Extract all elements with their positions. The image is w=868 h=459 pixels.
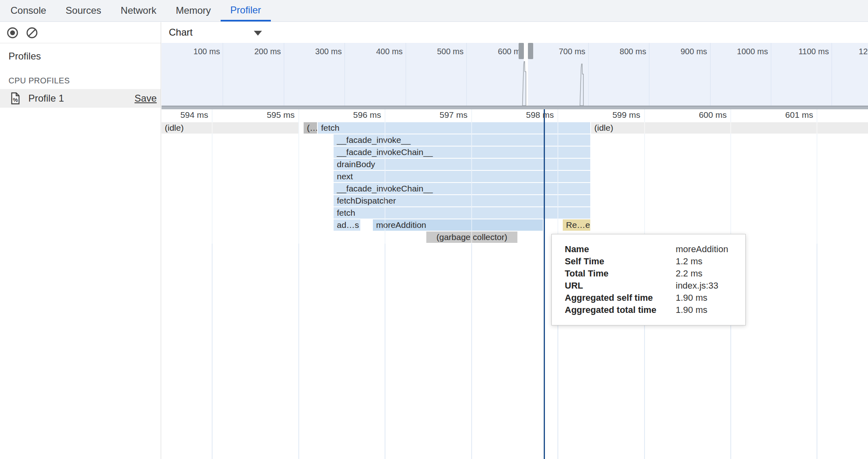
sidebar-toolbar: [0, 22, 161, 43]
flame-bar--facade-invokechain-[interactable]: __facade_invokeChain__: [334, 183, 590, 194]
ruler-tick-label: 595 ms: [226, 110, 295, 121]
ruler-tick-label: 597 ms: [399, 110, 468, 121]
profiler-main-panel: Chart 100 ms200 ms300 ms400 ms500 ms600 …: [162, 22, 868, 459]
ruler-tick-label: 596 ms: [312, 110, 381, 121]
tooltip-row-label: Aggregated self time: [565, 292, 676, 304]
devtools-profiler-panel: ConsoleSourcesNetworkMemoryProfiler Prof…: [0, 0, 868, 459]
tooltip-row-value: 1.90 ms: [676, 304, 745, 316]
flame-bar-next[interactable]: next: [334, 171, 590, 182]
ruler-tick-label: 594 ms: [162, 110, 208, 121]
cpu-activity-spike: [523, 62, 526, 106]
flame-bar--facade-invokechain-[interactable]: __facade_invokeChain__: [334, 147, 590, 158]
profiler-sidebar: Profiles CPU PROFILES % Profile 1 Save: [0, 22, 161, 459]
tooltip-row-label: Total Time: [565, 268, 676, 280]
flame-bar--idle-[interactable]: (idle): [162, 122, 298, 134]
timeline-gridline-overlay: [212, 109, 213, 244]
playhead-cursor-line: [544, 109, 545, 459]
flame-bar-ad-s[interactable]: ad…s: [334, 219, 360, 231]
frame-details-tooltip: NamemoreAdditionSelf Time1.2 msTotal Tim…: [551, 234, 746, 325]
timeline-overview[interactable]: 100 ms200 ms300 ms400 ms500 ms600 ms700 …: [162, 43, 868, 106]
timeline-gridline-overlay: [471, 109, 472, 244]
save-profile-link[interactable]: Save: [134, 89, 157, 108]
timeline-gridline-overlay: [644, 109, 645, 244]
view-mode-value: Chart: [169, 22, 193, 42]
main-toolbar: Chart: [162, 22, 868, 43]
tooltip-row-value: 1.2 ms: [676, 255, 745, 268]
tooltip-row-value: 1.90 ms: [676, 292, 745, 304]
view-mode-dropdown[interactable]: Chart: [162, 22, 275, 42]
clear-icon: [26, 26, 38, 39]
tooltip-row: Aggregated total time1.90 ms: [565, 304, 745, 316]
profile-name-label: Profile 1: [28, 89, 64, 108]
chevron-down-icon: [254, 31, 262, 36]
tab-memory[interactable]: Memory: [166, 0, 221, 21]
ruler-tick-label: 599 ms: [572, 110, 640, 121]
tab-profiler[interactable]: Profiler: [221, 0, 271, 21]
tab-sources[interactable]: Sources: [56, 0, 111, 21]
record-profile-button[interactable]: [6, 26, 19, 39]
tab-network[interactable]: Network: [111, 0, 166, 21]
timeline-gridline-overlay: [817, 109, 817, 244]
flame-bar-moreaddition[interactable]: moreAddition: [373, 219, 543, 231]
flame-bar--[interactable]: (…: [304, 122, 317, 134]
tab-console[interactable]: Console: [1, 0, 56, 21]
flame-bar-fetch[interactable]: fetch: [334, 207, 590, 219]
devtools-tab-bar: ConsoleSourcesNetworkMemoryProfiler: [0, 0, 868, 22]
tooltip-row-value: 2.2 ms: [676, 268, 745, 280]
flame-bar--facade-invoke-[interactable]: __facade_invoke__: [334, 134, 590, 146]
tooltip-row: URLindex.js:33: [565, 280, 745, 292]
record-icon: [6, 26, 19, 39]
flame-bar-re-e[interactable]: Re…e: [563, 219, 590, 231]
timeline-gridline-overlay: [385, 109, 385, 244]
tooltip-row-value: moreAddition: [676, 243, 745, 255]
tooltip-row-label: Aggregated total time: [565, 304, 676, 316]
flame-bar-drainbody[interactable]: drainBody: [334, 159, 590, 170]
overview-divider-strip: [162, 106, 868, 109]
tooltip-row-label: Name: [565, 243, 676, 255]
timeline-gridline-overlay: [730, 109, 731, 244]
sidebar-item-profile-1[interactable]: % Profile 1 Save: [0, 89, 161, 108]
ruler-tick-label: 600 ms: [658, 110, 727, 121]
tooltip-row-label: URL: [565, 280, 676, 292]
flame-bar-fetchdispatcher[interactable]: fetchDispatcher: [334, 195, 590, 206]
flame-bar-fetch[interactable]: fetch: [318, 122, 590, 134]
tooltip-row-value: index.js:33: [676, 280, 745, 292]
svg-text:%: %: [13, 97, 18, 103]
profile-document-icon: %: [11, 92, 20, 106]
timeline-gridline-overlay: [557, 109, 558, 244]
tooltip-row: NamemoreAddition: [565, 243, 745, 255]
tooltip-row: Total Time2.2 ms: [565, 268, 745, 280]
tooltip-row-label: Self Time: [565, 255, 676, 268]
profiles-heading: Profiles: [9, 51, 41, 62]
tooltip-row: Self Time1.2 ms: [565, 255, 745, 268]
flame-chart[interactable]: 594 ms595 ms596 ms597 ms598 ms599 ms600 …: [162, 109, 868, 459]
cpu-activity-spikes: [162, 43, 868, 106]
tooltip-row: Aggregated self time1.90 ms: [565, 292, 745, 304]
flame-bar--idle-[interactable]: (idle): [591, 122, 868, 134]
cpu-activity-spike: [580, 64, 584, 106]
ruler-tick-label: 601 ms: [744, 110, 813, 121]
clear-profiles-button[interactable]: [26, 26, 38, 39]
cpu-profiles-section-heading: CPU PROFILES: [9, 76, 70, 85]
timeline-gridline-overlay: [298, 109, 299, 244]
